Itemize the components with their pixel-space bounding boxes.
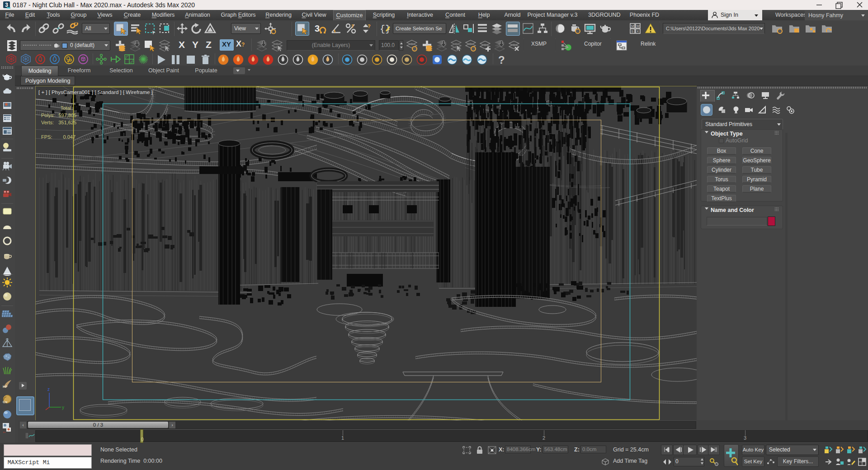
svg-text:?: ?: [351, 24, 354, 29]
svg-text:?: ?: [498, 54, 505, 66]
svg-text:S: S: [631, 29, 633, 33]
svg-text:z: z: [47, 387, 50, 392]
svg-text:Ox: Ox: [3, 400, 8, 404]
svg-text:y: y: [62, 405, 64, 410]
svg-text:M: M: [637, 24, 640, 28]
svg-text:3: 3: [5, 2, 8, 8]
svg-text:3: 3: [315, 24, 320, 33]
svg-text:?: ?: [368, 24, 371, 29]
svg-text:X: X: [637, 29, 639, 33]
svg-text:HF: HF: [3, 385, 8, 389]
svg-text:{}: {}: [380, 24, 391, 34]
svg-text:M: M: [631, 24, 634, 28]
